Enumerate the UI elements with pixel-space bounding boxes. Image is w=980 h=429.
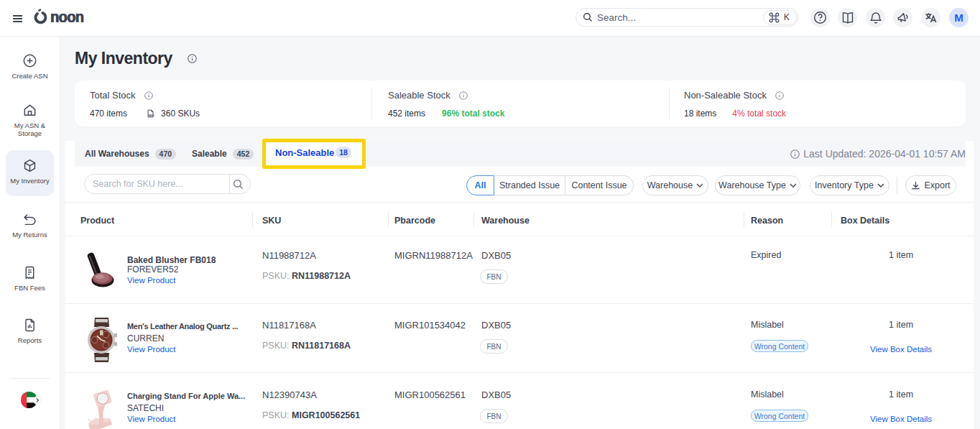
svg-text:SKU: SKU: [149, 114, 154, 117]
